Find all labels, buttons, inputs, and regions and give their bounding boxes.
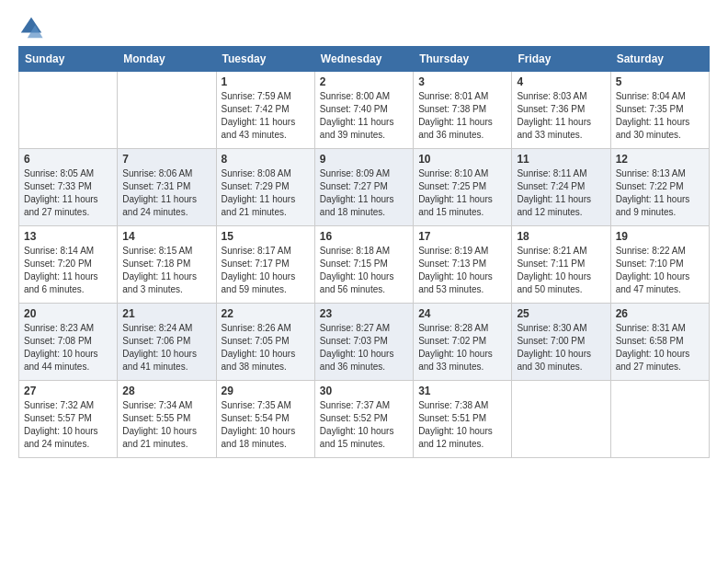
day-number: 5 xyxy=(616,75,704,88)
day-cell-17: 17Sunrise: 8:19 AM Sunset: 7:13 PM Dayli… xyxy=(414,226,512,304)
day-cell-19: 19Sunrise: 8:22 AM Sunset: 7:10 PM Dayli… xyxy=(610,226,709,304)
day-cell-21: 21Sunrise: 8:24 AM Sunset: 7:06 PM Dayli… xyxy=(118,304,216,381)
day-content: Sunrise: 7:34 AM Sunset: 5:55 PM Dayligh… xyxy=(122,399,210,451)
day-content: Sunrise: 8:28 AM Sunset: 7:02 PM Dayligh… xyxy=(418,322,506,373)
col-header-monday: Monday xyxy=(118,47,216,72)
day-number: 15 xyxy=(222,230,310,243)
day-cell-24: 24Sunrise: 8:28 AM Sunset: 7:02 PM Dayli… xyxy=(414,304,512,381)
day-cell-16: 16Sunrise: 8:18 AM Sunset: 7:15 PM Dayli… xyxy=(314,226,413,304)
day-number: 12 xyxy=(616,153,704,166)
day-number: 22 xyxy=(222,307,310,320)
logo xyxy=(18,15,48,40)
day-number: 4 xyxy=(517,75,605,88)
day-content: Sunrise: 8:15 AM Sunset: 7:18 PM Dayligh… xyxy=(122,245,210,296)
day-content: Sunrise: 8:04 AM Sunset: 7:35 PM Dayligh… xyxy=(616,90,704,142)
logo-icon xyxy=(18,15,44,40)
day-number: 30 xyxy=(320,385,408,397)
day-content: Sunrise: 7:32 AM Sunset: 5:57 PM Dayligh… xyxy=(24,399,112,451)
day-number: 23 xyxy=(320,307,408,320)
day-number: 27 xyxy=(24,385,112,397)
day-cell-1: 1Sunrise: 7:59 AM Sunset: 7:42 PM Daylig… xyxy=(216,72,314,149)
col-header-tuesday: Tuesday xyxy=(216,47,314,72)
day-cell-9: 9Sunrise: 8:09 AM Sunset: 7:27 PM Daylig… xyxy=(314,149,413,226)
day-number: 2 xyxy=(320,75,408,88)
day-cell-5: 5Sunrise: 8:04 AM Sunset: 7:35 PM Daylig… xyxy=(610,72,709,149)
day-number: 8 xyxy=(222,153,310,166)
day-content: Sunrise: 8:05 AM Sunset: 7:33 PM Dayligh… xyxy=(24,167,112,219)
day-cell-28: 28Sunrise: 7:34 AM Sunset: 5:55 PM Dayli… xyxy=(118,381,216,458)
page-container: SundayMondayTuesdayWednesdayThursdayFrid… xyxy=(0,0,728,467)
day-number: 10 xyxy=(418,153,506,166)
day-cell-29: 29Sunrise: 7:35 AM Sunset: 5:54 PM Dayli… xyxy=(216,381,314,458)
day-content: Sunrise: 8:19 AM Sunset: 7:13 PM Dayligh… xyxy=(418,245,506,296)
day-content: Sunrise: 8:17 AM Sunset: 7:17 PM Dayligh… xyxy=(222,245,310,296)
day-cell-22: 22Sunrise: 8:26 AM Sunset: 7:05 PM Dayli… xyxy=(216,304,314,381)
day-content: Sunrise: 8:08 AM Sunset: 7:29 PM Dayligh… xyxy=(222,167,310,219)
day-number: 16 xyxy=(320,230,408,243)
day-content: Sunrise: 7:38 AM Sunset: 5:51 PM Dayligh… xyxy=(418,399,506,451)
day-cell-4: 4Sunrise: 8:03 AM Sunset: 7:36 PM Daylig… xyxy=(512,72,610,149)
day-content: Sunrise: 8:21 AM Sunset: 7:11 PM Dayligh… xyxy=(517,245,605,296)
header-row: SundayMondayTuesdayWednesdayThursdayFrid… xyxy=(19,47,710,72)
day-content: Sunrise: 8:00 AM Sunset: 7:40 PM Dayligh… xyxy=(320,90,408,142)
day-content: Sunrise: 8:27 AM Sunset: 7:03 PM Dayligh… xyxy=(320,322,408,373)
day-content: Sunrise: 8:06 AM Sunset: 7:31 PM Dayligh… xyxy=(122,167,210,219)
day-content: Sunrise: 8:22 AM Sunset: 7:10 PM Dayligh… xyxy=(616,245,704,296)
day-number: 19 xyxy=(616,230,704,243)
day-content: Sunrise: 8:24 AM Sunset: 7:06 PM Dayligh… xyxy=(122,322,210,373)
day-cell-15: 15Sunrise: 8:17 AM Sunset: 7:17 PM Dayli… xyxy=(216,226,314,304)
day-number: 28 xyxy=(122,385,210,397)
day-content: Sunrise: 8:31 AM Sunset: 6:58 PM Dayligh… xyxy=(616,322,704,373)
day-cell-18: 18Sunrise: 8:21 AM Sunset: 7:11 PM Dayli… xyxy=(512,226,610,304)
day-number: 21 xyxy=(122,307,210,320)
day-number: 26 xyxy=(616,307,704,320)
day-number: 1 xyxy=(222,75,310,88)
day-cell-7: 7Sunrise: 8:06 AM Sunset: 7:31 PM Daylig… xyxy=(118,149,216,226)
week-row-4: 20Sunrise: 8:23 AM Sunset: 7:08 PM Dayli… xyxy=(19,304,710,381)
week-row-1: 1Sunrise: 7:59 AM Sunset: 7:42 PM Daylig… xyxy=(19,72,710,149)
day-number: 29 xyxy=(222,385,310,397)
day-content: Sunrise: 7:59 AM Sunset: 7:42 PM Dayligh… xyxy=(222,90,310,142)
empty-cell xyxy=(512,381,610,458)
day-number: 17 xyxy=(418,230,506,243)
day-cell-13: 13Sunrise: 8:14 AM Sunset: 7:20 PM Dayli… xyxy=(19,226,118,304)
empty-cell xyxy=(19,72,118,149)
day-cell-20: 20Sunrise: 8:23 AM Sunset: 7:08 PM Dayli… xyxy=(19,304,118,381)
week-row-3: 13Sunrise: 8:14 AM Sunset: 7:20 PM Dayli… xyxy=(19,226,710,304)
day-content: Sunrise: 8:01 AM Sunset: 7:38 PM Dayligh… xyxy=(418,90,506,142)
day-cell-2: 2Sunrise: 8:00 AM Sunset: 7:40 PM Daylig… xyxy=(314,72,413,149)
day-cell-8: 8Sunrise: 8:08 AM Sunset: 7:29 PM Daylig… xyxy=(216,149,314,226)
day-cell-23: 23Sunrise: 8:27 AM Sunset: 7:03 PM Dayli… xyxy=(314,304,413,381)
day-number: 9 xyxy=(320,153,408,166)
day-content: Sunrise: 8:14 AM Sunset: 7:20 PM Dayligh… xyxy=(24,245,112,296)
day-content: Sunrise: 8:10 AM Sunset: 7:25 PM Dayligh… xyxy=(418,167,506,219)
day-content: Sunrise: 8:03 AM Sunset: 7:36 PM Dayligh… xyxy=(517,90,605,142)
empty-cell xyxy=(610,381,709,458)
day-cell-11: 11Sunrise: 8:11 AM Sunset: 7:24 PM Dayli… xyxy=(512,149,610,226)
day-content: Sunrise: 8:18 AM Sunset: 7:15 PM Dayligh… xyxy=(320,245,408,296)
week-row-2: 6Sunrise: 8:05 AM Sunset: 7:33 PM Daylig… xyxy=(19,149,710,226)
day-content: Sunrise: 8:30 AM Sunset: 7:00 PM Dayligh… xyxy=(517,322,605,373)
day-number: 11 xyxy=(517,153,605,166)
day-content: Sunrise: 8:11 AM Sunset: 7:24 PM Dayligh… xyxy=(517,167,605,219)
day-cell-12: 12Sunrise: 8:13 AM Sunset: 7:22 PM Dayli… xyxy=(610,149,709,226)
day-number: 25 xyxy=(517,307,605,320)
day-cell-3: 3Sunrise: 8:01 AM Sunset: 7:38 PM Daylig… xyxy=(414,72,512,149)
day-cell-27: 27Sunrise: 7:32 AM Sunset: 5:57 PM Dayli… xyxy=(19,381,118,458)
day-content: Sunrise: 8:26 AM Sunset: 7:05 PM Dayligh… xyxy=(222,322,310,373)
day-content: Sunrise: 7:37 AM Sunset: 5:52 PM Dayligh… xyxy=(320,399,408,451)
day-number: 13 xyxy=(24,230,112,243)
day-content: Sunrise: 8:13 AM Sunset: 7:22 PM Dayligh… xyxy=(616,167,704,219)
day-number: 24 xyxy=(418,307,506,320)
day-number: 7 xyxy=(122,153,210,166)
day-number: 18 xyxy=(517,230,605,243)
day-content: Sunrise: 8:09 AM Sunset: 7:27 PM Dayligh… xyxy=(320,167,408,219)
col-header-sunday: Sunday xyxy=(19,47,118,72)
day-number: 31 xyxy=(418,385,506,397)
day-number: 6 xyxy=(24,153,112,166)
day-cell-30: 30Sunrise: 7:37 AM Sunset: 5:52 PM Dayli… xyxy=(314,381,413,458)
day-cell-10: 10Sunrise: 8:10 AM Sunset: 7:25 PM Dayli… xyxy=(414,149,512,226)
day-number: 3 xyxy=(418,75,506,88)
day-content: Sunrise: 7:35 AM Sunset: 5:54 PM Dayligh… xyxy=(222,399,310,451)
col-header-friday: Friday xyxy=(512,47,610,72)
